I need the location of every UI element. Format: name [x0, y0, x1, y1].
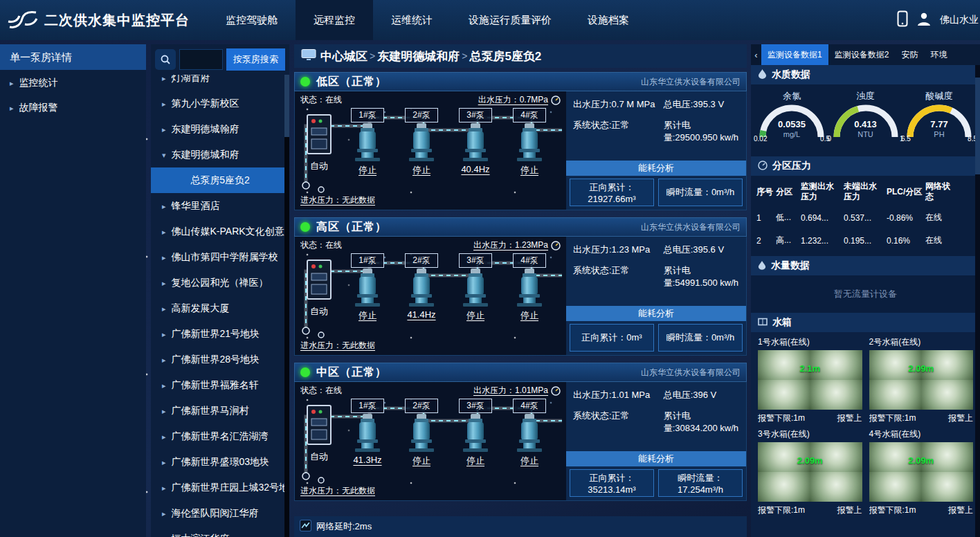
facility-icon	[301, 48, 316, 64]
tank-level-value: 2.09m	[869, 455, 974, 466]
scrollbar-thumb[interactable]	[284, 75, 289, 137]
chevron-right-icon: ▸	[162, 484, 166, 492]
station-item[interactable]: ▸海伦堡队阳阅江华府	[151, 500, 289, 526]
zone-company: 山东华立供水设备有限公司	[641, 76, 741, 88]
zone-stat: 总电压:395.3 V	[664, 98, 741, 111]
pump-icon	[352, 122, 383, 163]
top-nav-item[interactable]: 监控驾驶舱	[208, 0, 296, 40]
table-cell: 高...	[774, 229, 799, 252]
zone-pressure-header: 分区压力	[751, 156, 980, 176]
in-pressure-label: 进水压力：无此数据	[295, 482, 566, 500]
right-tab-strip: 监测设备数据1监测设备数据2安防环境	[761, 44, 953, 65]
pump-unit: 2#泵停止	[394, 397, 448, 482]
right-panel-tab[interactable]: 监测设备数据1	[761, 44, 828, 65]
station-item[interactable]: ▸高新发展大厦	[151, 295, 289, 321]
station-label: 广佛新世界庄园上城32号地块	[172, 482, 289, 493]
pump-name: 3#泵	[459, 399, 491, 413]
table-cell: 0.195...	[842, 230, 885, 251]
zone-panel: 高区（正常）山东华立供水设备有限公司状态：在线出水压力：1.23MPa自动1#泵…	[294, 217, 747, 356]
station-item[interactable]: ▸东建明德城翰府	[151, 116, 289, 142]
pump-unit: 4#泵停止	[502, 397, 556, 482]
station-search-button[interactable]: 按泵房搜索	[226, 48, 285, 71]
sidebar-item[interactable]: ▸故障报警	[0, 95, 146, 120]
zones: 低区（正常）山东华立供水设备有限公司状态：在线出水压力：0.7MPa自动1#泵停…	[294, 72, 747, 508]
station-item[interactable]: ▸广佛新世界马涧村	[151, 398, 289, 424]
pump-unit: 2#泵41.4Hz	[394, 251, 448, 337]
control-cabinet-icon	[307, 114, 332, 154]
station-item[interactable]: ▸广佛新世界21号地块	[151, 321, 289, 347]
top-nav-item[interactable]: 远程监控	[296, 0, 373, 40]
chevron-right-icon: ▸	[162, 100, 166, 108]
pump-row: 自动1#泵停止2#泵41.4Hz3#泵停止4#泵停止	[295, 251, 566, 337]
station-item[interactable]: ▾东建明德城和府	[151, 142, 289, 167]
phone-icon[interactable]	[897, 10, 908, 30]
zone-title: 高区（正常）	[316, 220, 387, 235]
station-item[interactable]: ▸广佛新世界庄园上城32号地块	[151, 475, 289, 500]
top-nav-item[interactable]: 设施运行质量评价	[451, 0, 570, 40]
station-item[interactable]: ▸佛山市第四中学附属学校	[151, 244, 289, 270]
station-label: 海伦堡队阳阅江华府	[172, 507, 259, 518]
station-label: 广佛新世界盛璟03地块	[172, 456, 270, 467]
water-quality-gauge: 余氯0.0535mg/L0.020.5	[756, 90, 827, 148]
station-item[interactable]: ▸广佛新世界28号地块	[151, 347, 289, 372]
pump-icon	[514, 413, 545, 453]
station-item[interactable]: ▸广佛新世界名汇浩湖湾	[151, 424, 289, 449]
zone-title: 中区（正常）	[316, 365, 387, 380]
tank-card: 3号水箱(在线)2.09m报警下限:1m报警上	[758, 428, 862, 516]
station-child-item[interactable]: 总泵房5座负2	[151, 167, 289, 193]
tank-level-value: 2.1m	[758, 363, 862, 374]
station-item[interactable]: ▸锋华里酒店	[151, 193, 289, 219]
breadcrumb-items: 中心城区>东建明德城和府>总泵房5座负2	[320, 48, 541, 64]
station-label: 第九小学新校区	[172, 98, 239, 109]
top-nav-item[interactable]: 设施档案	[570, 0, 647, 40]
pump-name: 2#泵	[405, 253, 437, 268]
pump-state: 40.4Hz	[461, 164, 489, 174]
zone-stat-grid: 出水压力:1.01 MPa总电压:396 V系统状态:正常累计电量:30834.…	[566, 382, 746, 451]
right-panel-tab[interactable]: 安防	[895, 44, 924, 65]
pump-state: 41.4Hz	[407, 309, 435, 320]
table-header-cell: 未端出水压力	[842, 177, 885, 206]
breadcrumb-item[interactable]: 中心城区	[320, 48, 368, 64]
zone-stat: 累计电量:29500.950 kw/h	[664, 119, 741, 144]
top-nav-item[interactable]: 运维统计	[373, 0, 451, 40]
sidebar-item[interactable]: ▸监控统计	[0, 70, 146, 95]
zone-stat: 系统状态:正常	[573, 410, 660, 435]
station-item[interactable]: ▸广佛新世界盛璟03地块	[151, 449, 289, 475]
zone-stat: 出水压力:1.01 MPa	[573, 389, 660, 401]
station-item[interactable]: ▸第九小学新校区	[151, 91, 289, 116]
water-volume-header: 水量数据	[751, 256, 980, 275]
pump-row: 自动1#泵停止2#泵停止3#泵40.4Hz4#泵停止	[295, 106, 566, 192]
water-quality-gauge: 酸碱度7.77PH6.58.5	[904, 90, 974, 148]
pressure-icon	[758, 161, 768, 172]
station-label: 广佛新世界名汇浩湖湾	[172, 430, 269, 442]
right-scrollbar[interactable]	[975, 65, 980, 537]
station-item[interactable]: ▸恒大滨江华府	[151, 526, 289, 537]
breadcrumb-item[interactable]: 东建明德城和府	[377, 48, 460, 64]
zone-out-pressure: 出水压力：0.7MPa	[478, 94, 561, 106]
tank-alarm-row: 报警下限:1m报警上	[758, 412, 862, 424]
user-label[interactable]: 佛山水业	[940, 14, 979, 26]
gauge-min-label: 6.5	[901, 135, 911, 143]
station-label: 佛山传媒K-PARK文化创意园	[172, 226, 289, 237]
station-item[interactable]: ▸广佛新世界福雅名轩	[151, 372, 289, 398]
section-title: 水质数据	[772, 69, 810, 81]
droplet-icon	[758, 260, 766, 272]
pump-state: 停止	[359, 309, 376, 322]
scrollbar-thumb[interactable]	[975, 78, 980, 174]
pump-unit: 1#泵41.3Hz	[341, 397, 394, 482]
station-item[interactable]: ▸佛山传媒K-PARK文化创意园	[151, 219, 289, 244]
right-panel-tab[interactable]: 环境	[924, 44, 953, 65]
table-row: 1低...0.694...0.537...-0.86%在线	[755, 206, 976, 229]
gauge-name: 浊度	[831, 90, 901, 102]
user-icon[interactable]	[916, 11, 932, 29]
station-scrollbar[interactable]	[284, 75, 289, 537]
table-cell: 在线	[924, 229, 956, 252]
tabs-back-chevron-icon[interactable]: ‹	[751, 44, 761, 65]
breadcrumb-item[interactable]: 总泵房5座负2	[469, 48, 541, 64]
tank-card: 2号水箱(在线)2.09m报警下限:1m报警上	[869, 336, 974, 424]
right-panel-tab[interactable]: 监测设备数据2	[828, 44, 896, 65]
energy-value: 瞬时流量：17.254m³/h	[658, 469, 743, 497]
right-panel: ‹ 监测设备数据1监测设备数据2安防环境 水质数据 余氯0.0535mg/L0.…	[751, 44, 980, 537]
station-item[interactable]: ▸复地公园和光（禅医）	[151, 270, 289, 295]
station-search-input[interactable]	[179, 49, 223, 70]
